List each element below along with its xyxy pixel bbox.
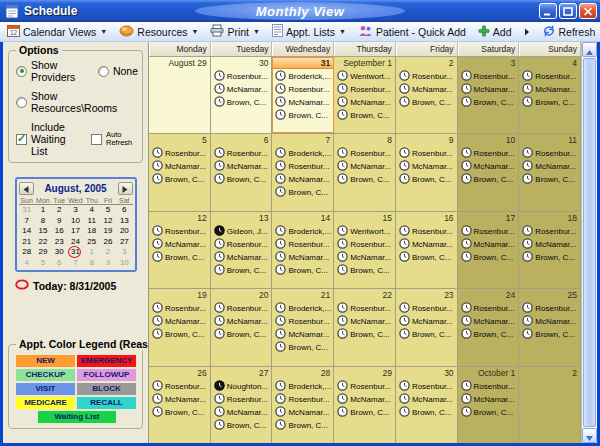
mini-calendar-date[interactable]: 21 (19, 237, 35, 248)
appointment-entry[interactable]: Brown, C... (337, 173, 395, 186)
mini-calendar-date[interactable]: 13 (116, 216, 132, 227)
appointment-entry[interactable]: McNamar... (399, 160, 457, 173)
day-cell[interactable]: September 1Wentwort...Rosenbur...McNamar… (334, 57, 396, 133)
appointment-entry[interactable]: Rosenbur... (461, 147, 519, 160)
mini-calendar-date[interactable]: 6 (51, 258, 67, 269)
appointment-entry[interactable]: Brown, C... (275, 419, 333, 432)
day-cell[interactable]: 24Rosenbur...McNamar...Brown, C... (458, 289, 520, 365)
appointment-entry[interactable]: Brown, C... (461, 406, 519, 419)
mini-calendar-date[interactable]: 8 (84, 258, 100, 269)
day-cell[interactable]: 29Rosenbur...McNamar...Brown, C... (334, 367, 396, 443)
appointment-entry[interactable]: McNamar... (461, 393, 519, 406)
appointment-entry[interactable]: Brown, C... (461, 96, 519, 109)
appointment-entry[interactable]: Rosenbur... (152, 147, 210, 160)
toolbar-button-calendar-views[interactable]: 12Calendar Views▼ (2, 23, 112, 41)
appointment-entry[interactable]: McNamar... (337, 96, 395, 109)
appointment-entry[interactable]: Brown, C... (337, 328, 395, 341)
mini-calendar-date[interactable]: 23 (51, 237, 67, 248)
day-cell[interactable]: 23Rosenbur...McNamar...Brown, C... (396, 289, 458, 365)
mini-calendar-date[interactable]: 9 (100, 258, 116, 269)
appointment-entry[interactable]: Brown, C... (214, 173, 272, 186)
mini-calendar-date[interactable]: 6 (116, 205, 132, 216)
appointment-entry[interactable]: McNamar... (152, 315, 210, 328)
mini-calendar-date[interactable]: 4 (19, 258, 35, 269)
mini-calendar-date[interactable]: 19 (100, 226, 116, 237)
mini-calendar-today-date[interactable]: 31 (67, 247, 83, 258)
scroll-up-button[interactable] (582, 42, 597, 57)
appointment-entry[interactable]: McNamar... (152, 238, 210, 251)
appointment-entry[interactable]: Brown, C... (399, 173, 457, 186)
toolbar-button-refresh[interactable]: Refresh (537, 23, 600, 41)
mini-calendar-date[interactable]: 15 (35, 226, 51, 237)
appointment-entry[interactable]: Brown, C... (214, 96, 272, 109)
appointment-entry[interactable]: Brown, C... (399, 251, 457, 264)
toolbar-button-add[interactable]: Add (473, 23, 517, 41)
appointment-entry[interactable]: McNamar... (275, 251, 333, 264)
day-cell[interactable]: 13Gideon, J...Rosenbur...McNamar...Brown… (211, 212, 273, 288)
appointment-entry[interactable]: Brown, C... (399, 328, 457, 341)
toolbar-button-patient-quick-add[interactable]: Patient - Quick Add (353, 23, 471, 41)
day-cell[interactable]: 8Rosenbur...McNamar...Brown, C... (334, 134, 396, 210)
appointment-entry[interactable]: McNamar... (399, 238, 457, 251)
mini-calendar-date[interactable]: 25 (84, 237, 100, 248)
day-cell[interactable]: October 1Rosenbur...McNamar...Brown, C..… (458, 367, 520, 443)
mini-calendar-date[interactable]: 31 (19, 205, 35, 216)
appointment-entry[interactable]: Brown, C... (461, 251, 519, 264)
next-month-button[interactable] (118, 182, 133, 195)
appointment-entry[interactable]: Rosenbur... (399, 147, 457, 160)
appointment-entry[interactable]: Rosenbur... (214, 238, 272, 251)
day-cell[interactable]: 7Broderick,...Rosenbur...McNamar...Brown… (272, 134, 334, 210)
show-providers-radio[interactable] (16, 66, 27, 77)
day-cell[interactable]: 27Noughton...Rosenbur...McNamar...Brown,… (211, 367, 273, 443)
close-button[interactable] (579, 3, 597, 19)
appointment-entry[interactable]: McNamar... (399, 393, 457, 406)
appointment-entry[interactable]: Brown, C... (152, 173, 210, 186)
maximize-button[interactable] (559, 3, 577, 19)
mini-calendar-date[interactable]: 3 (67, 205, 83, 216)
mini-calendar-date[interactable]: 26 (100, 237, 116, 248)
appointment-entry[interactable]: Brown, C... (522, 173, 580, 186)
mini-calendar-date[interactable]: 10 (116, 258, 132, 269)
appointment-entry[interactable]: McNamar... (214, 251, 272, 264)
mini-calendar-date[interactable]: 5 (35, 258, 51, 269)
prev-month-button[interactable] (19, 182, 34, 195)
appointment-entry[interactable]: McNamar... (275, 173, 333, 186)
vertical-scrollbar[interactable] (581, 42, 597, 443)
appointment-entry[interactable]: Rosenbur... (275, 315, 333, 328)
appointment-entry[interactable]: Rosenbur... (337, 238, 395, 251)
appointment-entry[interactable]: Brown, C... (275, 186, 333, 199)
appointment-entry[interactable]: Rosenbur... (275, 238, 333, 251)
appointment-entry[interactable]: McNamar... (337, 315, 395, 328)
appointment-entry[interactable]: McNamar... (461, 315, 519, 328)
day-cell[interactable]: 15Wentwort...Rosenbur...McNamar...Brown,… (334, 212, 396, 288)
appointment-entry[interactable]: Brown, C... (275, 341, 333, 354)
toolbar-button-resources[interactable]: Resources▼ (114, 23, 203, 41)
appointment-entry[interactable]: Wentwort... (337, 225, 395, 238)
appointment-entry[interactable]: Rosenbur... (214, 302, 272, 315)
day-cell[interactable]: 2Rosenbur...McNamar...Brown, C... (396, 57, 458, 133)
appointment-entry[interactable]: Brown, C... (152, 328, 210, 341)
appointment-entry[interactable]: Brown, C... (337, 406, 395, 419)
day-cell[interactable]: 30Rosenbur...McNamar...Brown, C... (396, 367, 458, 443)
mini-calendar-date[interactable]: 17 (67, 226, 83, 237)
mini-calendar-date[interactable]: 16 (51, 226, 67, 237)
appointment-entry[interactable]: McNamar... (214, 83, 272, 96)
appointment-entry[interactable]: Rosenbur... (522, 70, 580, 83)
mini-calendar-date[interactable]: 2 (51, 205, 67, 216)
day-cell[interactable]: 19Rosenbur...McNamar...Brown, C... (149, 289, 211, 365)
appointment-entry[interactable]: McNamar... (522, 238, 580, 251)
mini-calendar-date[interactable]: 1 (84, 247, 100, 258)
appointment-entry[interactable]: Broderick,... (275, 380, 333, 393)
appointment-entry[interactable]: McNamar... (214, 160, 272, 173)
day-cell[interactable]: 5Rosenbur...McNamar...Brown, C... (149, 134, 211, 210)
appointment-entry[interactable]: McNamar... (522, 160, 580, 173)
appointment-entry[interactable]: Rosenbur... (152, 302, 210, 315)
appointment-entry[interactable]: Rosenbur... (461, 225, 519, 238)
day-cell[interactable]: 18Rosenbur...McNamar...Brown, C... (519, 212, 581, 288)
day-cell[interactable]: 9Rosenbur...McNamar...Brown, C... (396, 134, 458, 210)
minimize-button[interactable] (539, 3, 557, 19)
appointment-entry[interactable]: McNamar... (522, 315, 580, 328)
appointment-entry[interactable]: McNamar... (461, 238, 519, 251)
appointment-entry[interactable]: McNamar... (152, 160, 210, 173)
day-cell[interactable]: 14Broderick,...Rosenbur...McNamar...Brow… (272, 212, 334, 288)
